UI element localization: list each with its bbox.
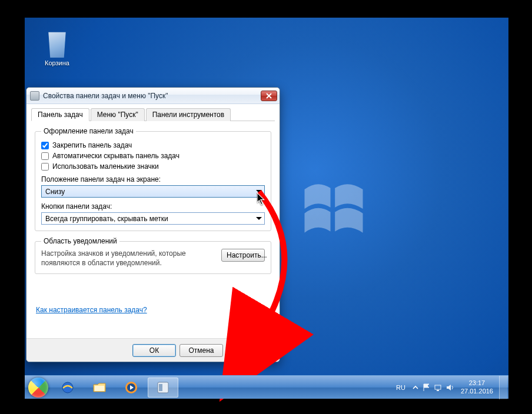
position-label: Положение панели задач на экране: [41, 175, 265, 183]
close-button[interactable] [261, 91, 277, 101]
notification-legend: Область уведомлений [41, 237, 119, 245]
lock-taskbar-label: Закрепить панель задач [52, 141, 132, 149]
notification-text: Настройка значков и уведомлений, которые… [41, 249, 215, 268]
show-desktop-button[interactable] [499, 376, 507, 399]
auto-hide-label: Автоматически скрывать панель задач [52, 152, 179, 160]
clock-date: 27.01.2016 [461, 388, 493, 395]
taskbar: RU 23:17 27.01.2016 [25, 375, 508, 399]
svg-rect-2 [95, 386, 104, 391]
lock-taskbar-checkbox[interactable] [41, 142, 49, 149]
wallpaper-logo [301, 176, 366, 241]
small-icons-label: Использовать маленькие значки [52, 162, 159, 171]
position-value: Снизу [45, 188, 65, 196]
taskbar-btn-media-player[interactable] [116, 378, 147, 398]
notification-group: Область уведомлений Настройка значков и … [35, 237, 271, 274]
properties-window-icon [155, 380, 171, 395]
volume-icon[interactable] [445, 383, 455, 392]
titlebar[interactable]: Свойства панели задач и меню "Пуск" [26, 88, 280, 104]
appearance-group: Оформление панели задач Закрепить панель… [35, 127, 271, 231]
close-icon [266, 93, 272, 99]
ie-icon [60, 380, 75, 395]
buttons-value: Всегда группировать, скрывать метки [45, 215, 168, 223]
dialog-icon [30, 91, 39, 101]
buttons-label: Кнопки панели задач: [41, 202, 265, 211]
media-player-icon [124, 380, 139, 395]
taskbar-btn-ie[interactable] [52, 378, 83, 398]
ok-button[interactable]: ОК [132, 344, 176, 357]
buttons-select[interactable]: Всегда группировать, скрывать метки [41, 212, 265, 225]
recycle-bin-icon [45, 29, 69, 58]
position-select[interactable]: Снизу [41, 185, 265, 198]
tray-show-hidden[interactable] [411, 383, 420, 392]
language-indicator[interactable]: RU [396, 384, 405, 391]
help-link[interactable]: Как настраивается панель задач? [36, 306, 147, 314]
svg-rect-7 [435, 385, 441, 389]
chevron-up-icon [413, 385, 418, 390]
svg-rect-6 [159, 384, 162, 391]
system-tray: RU 23:17 27.01.2016 [391, 376, 508, 399]
flag-icon[interactable] [422, 383, 431, 392]
svg-rect-8 [437, 390, 439, 391]
recycle-bin[interactable]: Корзина [39, 29, 75, 66]
small-icons-row[interactable]: Использовать маленькие значки [41, 162, 265, 171]
dialog-buttons: ОК Отмена Применить [26, 338, 280, 362]
taskbar-btn-properties[interactable] [148, 378, 178, 398]
apply-button[interactable]: Применить [227, 344, 274, 357]
appearance-legend: Оформление панели задач [41, 127, 136, 135]
tabs: Панель задач Меню "Пуск" Панели инструме… [31, 108, 275, 121]
desktop: Корзина Свойства панели задач и меню "Пу… [25, 18, 508, 399]
recycle-bin-label: Корзина [39, 59, 75, 66]
tab-toolbars[interactable]: Панели инструментов [146, 108, 231, 121]
clock-time: 23:17 [461, 379, 493, 387]
lock-taskbar-row[interactable]: Закрепить панель задач [41, 141, 265, 149]
network-icon[interactable] [434, 383, 443, 392]
windows-orb-icon [28, 378, 48, 398]
start-button[interactable] [25, 376, 52, 399]
chevron-down-icon [256, 190, 262, 193]
auto-hide-checkbox[interactable] [41, 152, 49, 160]
folder-icon [92, 380, 107, 395]
clock[interactable]: 23:17 27.01.2016 [461, 379, 493, 395]
configure-button[interactable]: Настроить... [221, 249, 265, 262]
tab-start-menu[interactable]: Меню "Пуск" [91, 108, 145, 121]
tab-taskbar[interactable]: Панель задач [31, 108, 89, 121]
taskbar-properties-dialog: Свойства панели задач и меню "Пуск" Пане… [26, 87, 280, 362]
dialog-title: Свойства панели задач и меню "Пуск" [43, 92, 168, 100]
chevron-down-icon [256, 217, 262, 220]
tab-panel: Оформление панели задач Закрепить панель… [26, 121, 280, 318]
small-icons-checkbox[interactable] [41, 163, 49, 171]
taskbar-btn-explorer[interactable] [84, 378, 115, 398]
cancel-button[interactable]: Отмена [179, 344, 223, 357]
auto-hide-row[interactable]: Автоматически скрывать панель задач [41, 152, 265, 160]
